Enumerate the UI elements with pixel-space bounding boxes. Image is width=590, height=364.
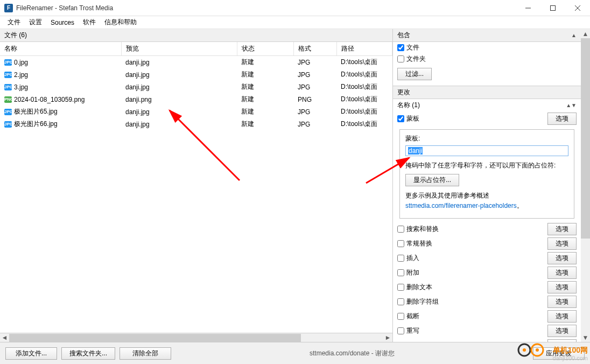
op-options-button[interactable]: 选项 bbox=[547, 252, 577, 264]
name-header[interactable]: 名称 (1) ▲▼ bbox=[393, 99, 581, 111]
v-scroll-track[interactable] bbox=[581, 38, 590, 333]
h-scroll-track[interactable] bbox=[9, 334, 383, 342]
cell-preview: danji.png bbox=[121, 93, 237, 106]
table-row[interactable]: JPG极光图片66.jpgdanji.jpg新建JPGD:\tools\桌面 bbox=[0, 118, 392, 130]
cell-name: 0.jpg bbox=[14, 59, 28, 66]
link-tail: 。 bbox=[517, 202, 523, 209]
v-scroll-thumb[interactable] bbox=[581, 38, 590, 239]
file-type-icon: JPG bbox=[4, 84, 12, 90]
op-checkbox[interactable] bbox=[397, 298, 404, 305]
operation-row: 插入选项 bbox=[393, 251, 581, 265]
window-title: FileRenamer - Stefan Trost Media bbox=[16, 4, 516, 12]
table-row[interactable]: JPG极光图片65.jpgdanji.jpg新建JPGD:\tools\桌面 bbox=[0, 106, 392, 118]
add-files-button[interactable]: 添加文件... bbox=[5, 347, 57, 360]
donate-link[interactable]: sttmedia.com/donate - 谢谢您 bbox=[175, 349, 529, 358]
filter-button[interactable]: 过滤... bbox=[397, 68, 432, 80]
menu-software[interactable]: 软件 bbox=[79, 16, 100, 29]
search-folder-button[interactable]: 搜索文件夹... bbox=[61, 347, 115, 360]
table-row[interactable]: JPG0.jpgdanji.jpg新建JPGD:\tools\桌面 bbox=[0, 56, 392, 69]
cell-path: D:\tools\桌面 bbox=[336, 68, 392, 81]
minimize-button[interactable] bbox=[516, 0, 540, 16]
operation-row: 搜索和替换选项 bbox=[393, 222, 581, 236]
mask-options-button[interactable]: 选项 bbox=[547, 113, 577, 125]
menu-file[interactable]: 文件 bbox=[3, 16, 25, 29]
cell-path: D:\tools\桌面 bbox=[336, 106, 392, 118]
file-list-pane: 文件 (6) 名称 预览 状态 格式 路径 JPG0.jpgdanji.jpg新… bbox=[0, 29, 393, 342]
cell-name: 极光图片65.jpg bbox=[14, 108, 58, 115]
op-options-button[interactable]: 选项 bbox=[547, 281, 577, 293]
op-label: 截断 bbox=[406, 312, 419, 321]
table-row[interactable]: PNG2024-01-08_103059.pngdanji.png新建PNGD:… bbox=[0, 93, 392, 106]
apply-button[interactable]: 应用更改 bbox=[533, 347, 585, 360]
op-checkbox[interactable] bbox=[397, 313, 404, 320]
menu-sources[interactable]: Sources bbox=[46, 17, 79, 28]
file-type-icon: JPG bbox=[4, 59, 12, 66]
scroll-right-icon[interactable]: ► bbox=[383, 333, 392, 342]
settings-scroll[interactable]: 包含 ▲ 文件 文件夹 过滤... 更改 名称 (1) ▲▼ bbox=[393, 29, 590, 342]
col-status[interactable]: 状态 bbox=[237, 42, 293, 56]
show-placeholders-button[interactable]: 显示占位符... bbox=[405, 174, 459, 186]
settings-pane: 包含 ▲ 文件 文件夹 过滤... 更改 名称 (1) ▲▼ bbox=[393, 29, 590, 342]
include-files-checkbox[interactable] bbox=[397, 44, 404, 51]
mask-title-label: 蒙板: bbox=[405, 134, 568, 143]
h-scroll-thumb[interactable] bbox=[9, 334, 301, 342]
col-path[interactable]: 路径 bbox=[336, 42, 392, 56]
op-options-button[interactable]: 选项 bbox=[547, 223, 577, 235]
op-options-button[interactable]: 选项 bbox=[547, 310, 577, 323]
minimize-icon bbox=[525, 5, 531, 11]
op-options-button[interactable]: 选项 bbox=[547, 325, 577, 337]
op-checkbox[interactable] bbox=[397, 240, 404, 247]
table-row[interactable]: JPG2.jpgdanji.jpg新建JPGD:\tools\桌面 bbox=[0, 68, 392, 81]
op-checkbox[interactable] bbox=[397, 284, 404, 291]
cell-path: D:\tools\桌面 bbox=[336, 56, 392, 69]
cell-status: 新建 bbox=[237, 81, 293, 93]
menu-settings[interactable]: 设置 bbox=[25, 16, 46, 29]
name-header-label: 名称 (1) bbox=[397, 101, 420, 110]
mask-desc1: 掩码中除了任意字母和字符，还可以用下面的占位符: bbox=[405, 160, 568, 171]
op-options-button[interactable]: 选项 bbox=[547, 339, 577, 342]
h-scrollbar[interactable]: ◄ ► bbox=[0, 333, 392, 342]
col-name[interactable]: 名称 bbox=[0, 42, 121, 56]
col-preview[interactable]: 预览 bbox=[121, 42, 237, 56]
cell-name: 2.jpg bbox=[14, 71, 28, 79]
placeholders-link[interactable]: sttmedia.com/filerenamer-placeholders bbox=[405, 202, 517, 209]
chevron-up-down-icon: ▲▼ bbox=[566, 102, 577, 108]
mask-checkbox[interactable] bbox=[397, 115, 404, 122]
op-checkbox[interactable] bbox=[397, 226, 404, 233]
mask-row: 蒙板 选项 bbox=[393, 111, 581, 126]
scroll-up-icon[interactable]: ▲ bbox=[581, 29, 590, 38]
op-options-button[interactable]: 选项 bbox=[547, 267, 577, 279]
cell-format: JPG bbox=[293, 106, 336, 118]
op-checkbox[interactable] bbox=[397, 255, 404, 262]
chevron-up-icon: ▲ bbox=[571, 32, 577, 38]
mask-input[interactable]: danji bbox=[405, 145, 568, 156]
cell-preview: danji.jpg bbox=[121, 56, 237, 69]
op-options-button[interactable]: 选项 bbox=[547, 237, 577, 250]
op-label: 插入 bbox=[406, 254, 419, 263]
scroll-down-icon[interactable]: ▼ bbox=[581, 333, 590, 342]
op-checkbox[interactable] bbox=[397, 327, 404, 334]
include-header[interactable]: 包含 ▲ bbox=[393, 29, 581, 42]
scroll-left-icon[interactable]: ◄ bbox=[0, 333, 9, 342]
col-format[interactable]: 格式 bbox=[293, 42, 336, 56]
cell-preview: danji.jpg bbox=[121, 118, 237, 130]
v-scrollbar[interactable]: ▲ ▼ bbox=[581, 29, 590, 342]
cell-format: JPG bbox=[293, 81, 336, 93]
clear-all-button[interactable]: 清除全部 bbox=[120, 347, 171, 360]
cell-format: JPG bbox=[293, 68, 336, 81]
op-checkbox[interactable] bbox=[397, 269, 404, 276]
file-table-wrap[interactable]: 名称 预览 状态 格式 路径 JPG0.jpgdanji.jpg新建JPGD:\… bbox=[0, 42, 392, 333]
op-options-button[interactable]: 选项 bbox=[547, 296, 577, 308]
maximize-button[interactable] bbox=[540, 0, 565, 16]
close-button[interactable] bbox=[565, 0, 590, 16]
file-table: 名称 预览 状态 格式 路径 JPG0.jpgdanji.jpg新建JPGD:\… bbox=[0, 42, 392, 130]
cell-status: 新建 bbox=[237, 106, 293, 118]
include-folders-label: 文件夹 bbox=[406, 54, 426, 64]
table-row[interactable]: JPG3.jpgdanji.jpg新建JPGD:\tools\桌面 bbox=[0, 81, 392, 93]
operation-row: 删除文本选项 bbox=[393, 280, 581, 295]
include-folders-checkbox[interactable] bbox=[397, 55, 404, 62]
include-header-label: 包含 bbox=[397, 31, 410, 40]
cell-path: D:\tools\桌面 bbox=[336, 118, 392, 130]
menu-help[interactable]: 信息和帮助 bbox=[100, 16, 141, 29]
change-header[interactable]: 更改 bbox=[393, 86, 581, 99]
